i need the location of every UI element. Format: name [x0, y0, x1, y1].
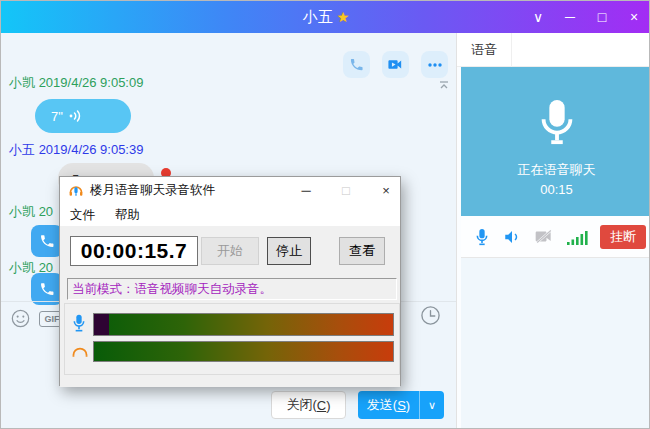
mode-status-text: 当前模式：语音视频聊天自动录音。 — [67, 278, 397, 300]
close-label-end: ) — [326, 398, 330, 413]
speaker-level-meter — [93, 341, 394, 362]
recorder-body: 00:00:15.7 开始 停止 查看 当前模式：语音视频聊天自动录音。 — [60, 226, 400, 387]
mic-meter-icon — [71, 312, 87, 336]
start-button[interactable]: 开始 — [201, 237, 259, 265]
recorder-titlebar: 楼月语音聊天录音软件 ─ □ × — [60, 177, 400, 204]
phone-icon — [349, 57, 364, 72]
phone-icon — [39, 233, 55, 249]
voice-call-button[interactable] — [343, 51, 370, 78]
side-panel-empty-area — [461, 258, 650, 429]
message-timestamp: 小五 2019/4/26 9:05:39 — [9, 141, 143, 159]
phone-icon — [39, 281, 55, 297]
close-hotkey: C — [317, 398, 326, 413]
window-title: 小五 — [303, 8, 333, 27]
recording-timer: 00:00:15.7 — [70, 236, 198, 266]
message-time: 2019/4/26 9:05:39 — [39, 142, 144, 157]
chevron-down-icon[interactable]: ∨ — [529, 1, 547, 33]
voice-duration: 7" — [51, 109, 63, 124]
voice-side-panel: 语音 正在语音聊天 00:15 挂断 — [456, 33, 650, 429]
menu-help[interactable]: 帮助 — [105, 207, 150, 224]
mic-level-dark-segment — [94, 314, 109, 335]
video-camera-icon — [387, 57, 404, 72]
send-button-group: 发送(S) ∨ — [358, 391, 444, 419]
close-button[interactable]: × — [625, 1, 643, 33]
send-hotkey: S — [397, 398, 406, 413]
menu-file[interactable]: 文件 — [60, 207, 105, 224]
call-controls-row: 挂断 — [461, 216, 650, 258]
headphone-meter-icon — [71, 343, 89, 359]
send-options-dropdown[interactable]: ∨ — [419, 391, 444, 419]
level-meters-panel — [64, 303, 400, 375]
side-panel-tabbar: 语音 — [457, 33, 650, 67]
microphone-icon — [534, 95, 580, 151]
chat-action-icons — [343, 51, 448, 78]
chevron-down-icon: ∨ — [428, 399, 436, 412]
speaker-toggle[interactable] — [503, 228, 521, 246]
signal-strength-indicator — [567, 229, 588, 245]
hangup-button[interactable]: 挂断 — [600, 225, 646, 249]
mic-level-meter — [93, 313, 394, 336]
app-window: 小五 ★ ∨ ─ □ × — [0, 0, 650, 429]
voice-message-bubble[interactable]: 7" — [35, 99, 131, 133]
call-status-text: 正在语音聊天 — [518, 161, 596, 179]
titlebar: 小五 ★ ∨ ─ □ × — [1, 1, 650, 33]
sender-name: 小五 — [9, 142, 35, 157]
maximize-button[interactable]: □ — [593, 1, 611, 33]
recorder-app-icon — [68, 183, 84, 199]
sender-name: 小凯 — [9, 204, 35, 219]
call-duration: 00:15 — [540, 182, 573, 197]
more-actions-button[interactable] — [421, 51, 448, 78]
message-time: 20 — [39, 204, 53, 219]
maximize-button[interactable]: □ — [338, 183, 354, 198]
message-timestamp: 小凯 2019/4/26 9:05:09 — [9, 74, 143, 92]
send-label-end: ) — [406, 398, 410, 413]
sender-name: 小凯 — [9, 260, 35, 275]
view-button[interactable]: 查看 — [339, 237, 385, 265]
emoji-button[interactable] — [11, 309, 30, 328]
minimize-button[interactable]: ─ — [298, 183, 314, 198]
microphone-toggle[interactable] — [474, 227, 490, 247]
camera-off-toggle[interactable] — [534, 228, 554, 245]
send-button[interactable]: 发送(S) — [358, 391, 419, 419]
window-controls: ∨ ─ □ × — [529, 1, 643, 33]
message-timestamp: 小凯 20 — [9, 203, 53, 221]
sender-name: 小凯 — [9, 75, 35, 90]
recorder-dialog: 楼月语音聊天录音软件 ─ □ × 文件 帮助 00:00:15.7 开始 停止 … — [59, 176, 401, 386]
close-chat-button[interactable]: 关闭(C) — [271, 391, 346, 419]
video-call-button[interactable] — [382, 51, 409, 78]
tab-voice[interactable]: 语音 — [457, 33, 512, 67]
recorder-window-controls: ─ □ × — [298, 177, 394, 204]
collapse-chat-icon[interactable] — [438, 79, 450, 91]
voice-call-card: 正在语音聊天 00:15 — [461, 67, 650, 216]
send-label: 发送( — [367, 396, 397, 414]
minimize-button[interactable]: ─ — [561, 1, 579, 33]
sound-wave-icon — [69, 109, 82, 123]
close-button[interactable]: × — [378, 183, 394, 198]
close-label: 关闭( — [286, 396, 316, 414]
stop-button[interactable]: 停止 — [267, 237, 311, 265]
vip-star-icon: ★ — [337, 9, 350, 25]
history-clock-button[interactable] — [420, 305, 441, 326]
recorder-title: 楼月语音聊天录音软件 — [90, 182, 215, 199]
more-dots-icon — [427, 62, 443, 68]
recorder-menubar: 文件 帮助 — [60, 204, 400, 226]
message-time: 2019/4/26 9:05:09 — [39, 75, 144, 90]
